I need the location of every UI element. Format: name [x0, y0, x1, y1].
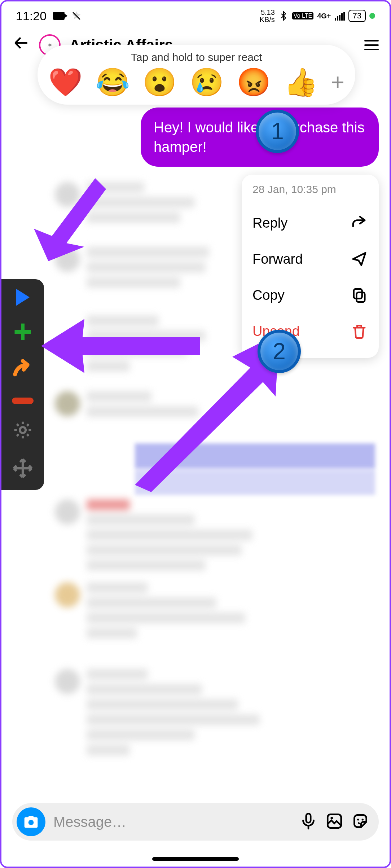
step-badge-1: 1 [256, 110, 299, 153]
location-off-icon [71, 10, 82, 21]
reaction-hint: Tap and hold to super react [48, 51, 344, 63]
sticker-button[interactable] [351, 812, 369, 832]
volte-badge: Vo LTE [292, 12, 313, 19]
svg-rect-1 [354, 289, 362, 299]
status-bar: 11:20 5.13 KB/s Vo LTE 4G+ 73 [1, 1, 390, 27]
camera-button[interactable] [17, 807, 45, 836]
annotation-toolbar: + [1, 279, 44, 490]
message-context-menu: 28 Jan, 10:35 pm Reply Forward Copy Unse… [242, 175, 379, 358]
svg-rect-0 [356, 292, 365, 302]
network-speed: 5.13 KB/s [260, 9, 275, 23]
context-copy[interactable]: Copy [252, 277, 368, 313]
context-timestamp: 28 Jan, 10:35 pm [252, 183, 368, 196]
privacy-indicator-icon [369, 13, 375, 19]
context-forward-label: Forward [252, 251, 303, 267]
svg-rect-7 [306, 814, 311, 823]
message-input-bar: Message… [12, 803, 379, 841]
annotation-arrow [27, 178, 106, 268]
blurred-message [55, 582, 245, 639]
home-indicator [152, 857, 239, 861]
react-thumbsup[interactable]: 👍 [284, 69, 318, 96]
svg-point-11 [362, 819, 364, 820]
plus-icon[interactable]: + [13, 322, 32, 341]
message-input[interactable]: Message… [53, 814, 291, 830]
context-reply-label: Reply [252, 215, 287, 231]
blurred-message [55, 669, 260, 755]
menu-button[interactable] [364, 40, 379, 50]
svg-marker-5 [135, 333, 279, 492]
svg-point-6 [28, 820, 34, 825]
battery-indicator: 73 [348, 10, 366, 22]
back-button[interactable] [12, 34, 30, 56]
trash-icon [351, 323, 368, 340]
add-reaction-button[interactable]: + [331, 71, 344, 94]
svg-marker-3 [34, 178, 106, 261]
mic-button[interactable] [299, 812, 317, 832]
signal-icon [335, 11, 345, 21]
camera-status-icon [53, 12, 65, 20]
share-arrow-icon[interactable] [11, 357, 34, 382]
minus-icon[interactable] [12, 398, 34, 404]
react-heart[interactable]: ❤️ [48, 69, 83, 96]
gallery-button[interactable] [325, 812, 343, 832]
context-forward[interactable]: Forward [252, 241, 368, 277]
reaction-bar: Tap and hold to super react ❤️ 😂 😮 😢 😡 👍… [38, 45, 355, 105]
react-laugh[interactable]: 😂 [96, 69, 130, 96]
copy-icon [351, 286, 368, 304]
react-wow[interactable]: 😮 [142, 69, 177, 96]
move-icon[interactable] [12, 457, 34, 481]
send-icon [351, 250, 368, 268]
context-reply[interactable]: Reply [252, 205, 368, 241]
bluetooth-icon [278, 11, 289, 21]
gear-icon[interactable] [13, 420, 33, 442]
svg-point-2 [20, 427, 26, 433]
svg-point-9 [330, 817, 333, 819]
clock: 11:20 [16, 9, 47, 23]
signal-type: 4G+ [317, 12, 331, 20]
play-icon[interactable] [16, 289, 30, 306]
reply-icon [351, 214, 368, 232]
context-copy-label: Copy [252, 288, 285, 303]
react-sad[interactable]: 😢 [190, 69, 224, 96]
svg-point-10 [357, 819, 359, 820]
blurred-message [55, 499, 252, 571]
react-angry[interactable]: 😡 [237, 69, 271, 96]
step-badge-2: 2 [258, 330, 301, 373]
